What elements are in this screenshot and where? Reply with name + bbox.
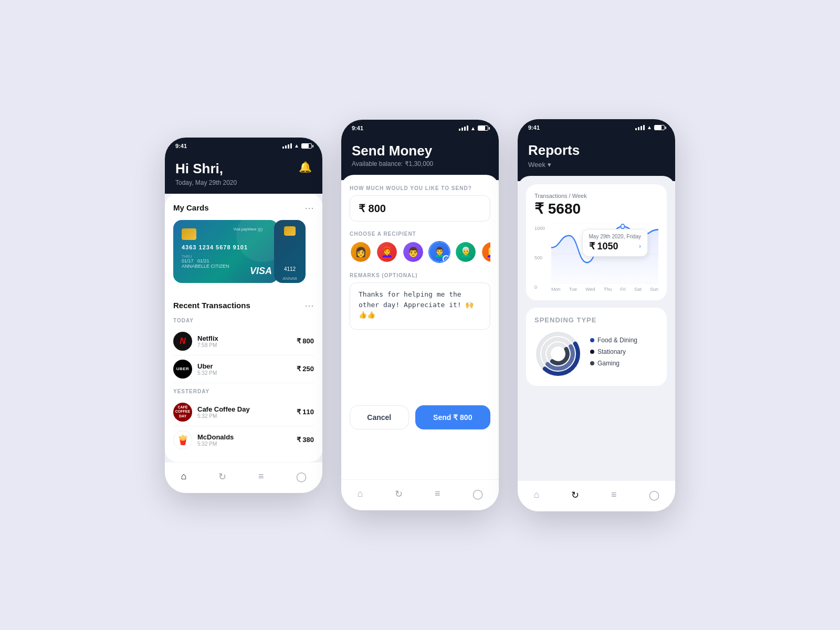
food-label: Food & Dining	[597, 337, 637, 344]
remarks-input[interactable]: Thanks for helping me the other day! App…	[350, 282, 490, 330]
avatar-face-6: 👱‍♀️	[482, 242, 490, 262]
x-wed: Wed	[585, 287, 595, 292]
bell-icon[interactable]: 🔔	[299, 161, 312, 173]
chart-wrapper: May 29th 2020, Friday ₹ 1050 › 0 500 100…	[534, 224, 658, 292]
nav-profile-icon[interactable]: ◯	[292, 469, 311, 485]
tx-cafe-info: Cafe Coffee Day 5:32 PM	[197, 405, 297, 419]
signal-icon-2	[459, 125, 468, 131]
status-bar-reports: 9:41 ▲	[518, 119, 675, 134]
table-row: UBER Uber 5:32 PM ₹ 250	[173, 355, 314, 383]
date-text: Today, May 29th 2020	[175, 179, 312, 186]
cafe-icon: CAFÉCOFFEEDAY	[173, 403, 192, 422]
period-arrow: ▾	[548, 161, 551, 169]
gaming-dot	[590, 361, 594, 365]
send-button[interactable]: Send ₹ 800	[415, 405, 491, 429]
reports-header: Reports Week ▾	[518, 134, 675, 181]
signal-icon-3	[635, 125, 645, 130]
recipient-3[interactable]: 👨	[402, 241, 424, 263]
x-sun: Sun	[650, 287, 658, 292]
recipient-4[interactable]: 👨‍🦱 ✓	[428, 241, 450, 263]
amount-label: HOW MUCH WOULD YOU LIKE TO SEND?	[350, 185, 490, 191]
chart-tooltip: May 29th 2020, Friday ₹ 1050 ›	[582, 229, 648, 257]
nav-home-icon-2[interactable]: ⌂	[353, 486, 367, 502]
card-number: 4363 1234 5678 9101	[182, 244, 270, 250]
tx-netflix-info: Netflix 7:58 PM	[197, 334, 297, 348]
status-icons-send: ▲	[459, 125, 488, 131]
nav-refresh-icon[interactable]: ↻	[214, 469, 230, 485]
period-label: Week	[528, 161, 545, 169]
x-fri: Fri	[621, 287, 626, 292]
balance-text: Available balance: ₹1,30,000	[352, 160, 488, 167]
period-selector[interactable]: Week ▾	[528, 161, 665, 169]
nav-refresh-icon-2[interactable]: ↻	[391, 486, 407, 502]
card-chip	[182, 228, 196, 240]
visa-logo: VISA	[250, 266, 272, 277]
transactions-section: Recent Transactions ⋯ TODAY N Netflix 7:…	[165, 291, 322, 462]
cards-menu[interactable]: ⋯	[304, 202, 314, 214]
cards-header: My Cards ⋯	[173, 202, 314, 214]
tooltip-arrow-icon: ›	[639, 243, 641, 250]
nav-list-icon-3[interactable]: ≡	[607, 487, 621, 503]
recipient-5[interactable]: 👨‍🦳	[455, 241, 477, 263]
nav-profile-icon-2[interactable]: ◯	[468, 486, 487, 502]
time-home: 9:41	[175, 143, 187, 149]
recipient-1[interactable]: 👩	[350, 241, 372, 263]
home-body: My Cards ⋯ Visa payWave )))) 4363 1234 5…	[165, 194, 322, 462]
recipient-6[interactable]: 👱‍♀️	[481, 241, 490, 263]
battery-icon-2	[478, 125, 488, 131]
chart-meta: Transactions / Week	[534, 193, 658, 199]
spending-legend: Food & Dining Stationary Gaming	[590, 337, 658, 371]
uber-icon: UBER	[173, 360, 192, 379]
today-label: TODAY	[173, 318, 314, 323]
nav-refresh-icon-3[interactable]: ↻	[567, 487, 583, 503]
chart-x-labels: Mon Tue Wed Thu Fri Sat Sun	[551, 287, 658, 292]
nav-list-icon-2[interactable]: ≡	[430, 486, 445, 502]
y-label-0: 0	[534, 285, 549, 290]
transactions-menu[interactable]: ⋯	[304, 300, 314, 311]
cancel-button[interactable]: Cancel	[350, 405, 409, 429]
chart-total: ₹ 5680	[534, 200, 658, 217]
nav-list-icon[interactable]: ≡	[254, 469, 268, 485]
tx-netflix-name: Netflix	[197, 334, 297, 342]
amount-value: ₹ 800	[359, 202, 386, 215]
wifi-icon: ▲	[294, 143, 299, 149]
home-header: Hi Shri, 🔔 Today, May 29th 2020	[165, 152, 322, 199]
avatar-face-1: 👩	[351, 242, 371, 262]
status-icons-reports: ▲	[635, 124, 665, 130]
nav-home-icon-3[interactable]: ⌂	[529, 487, 543, 503]
selected-check: ✓	[443, 255, 450, 262]
table-row: N Netflix 7:58 PM ₹ 800	[173, 328, 314, 355]
donut-svg	[534, 330, 582, 377]
tx-uber-name: Uber	[197, 362, 297, 370]
tx-uber-amount: ₹ 250	[297, 365, 314, 373]
food-dot	[590, 338, 594, 342]
card-primary[interactable]: Visa payWave )))) 4363 1234 5678 9101 TH…	[173, 220, 278, 283]
phone-reports: 9:41 ▲ Reports Week ▾ Transactions / Wee…	[518, 119, 675, 511]
greeting: Hi Shri,	[175, 161, 223, 177]
y-label-1000: 1000	[534, 226, 549, 231]
gaming-label: Gaming	[597, 360, 620, 367]
tooltip-date: May 29th 2020, Friday	[589, 234, 642, 239]
signal-icon	[282, 143, 292, 149]
chart-y-labels: 0 500 1000	[534, 224, 549, 292]
x-thu: Thu	[604, 287, 612, 292]
table-row: CAFÉCOFFEEDAY Cafe Coffee Day 5:32 PM ₹ …	[173, 398, 314, 426]
wifi-icon-2: ▲	[470, 125, 476, 131]
time-reports: 9:41	[528, 124, 540, 131]
yesterday-label: YESTERDAY	[173, 388, 314, 394]
cards-title: My Cards	[173, 203, 209, 212]
transactions-title: Recent Transactions	[173, 301, 250, 310]
nav-home-icon[interactable]: ⌂	[176, 469, 191, 485]
transactions-header: Recent Transactions ⋯	[173, 300, 314, 311]
amount-input[interactable]: ₹ 800	[350, 195, 490, 222]
avatar-face-3: 👨	[403, 242, 423, 262]
send-body: HOW MUCH WOULD YOU LIKE TO SEND? ₹ 800 C…	[341, 175, 499, 479]
recipient-label: CHOOSE A RECIPIENT	[350, 231, 490, 237]
legend-food: Food & Dining	[590, 337, 658, 344]
card-secondary[interactable]: 4112 ANNAB	[274, 220, 306, 283]
svg-point-3	[621, 224, 625, 228]
nav-profile-icon-3[interactable]: ◯	[645, 487, 664, 503]
chart-card: Transactions / Week ₹ 5680 May 29th 2020…	[526, 184, 667, 300]
recipient-2[interactable]: 👩‍🦰	[376, 241, 398, 263]
send-title: Send Money	[352, 143, 488, 159]
